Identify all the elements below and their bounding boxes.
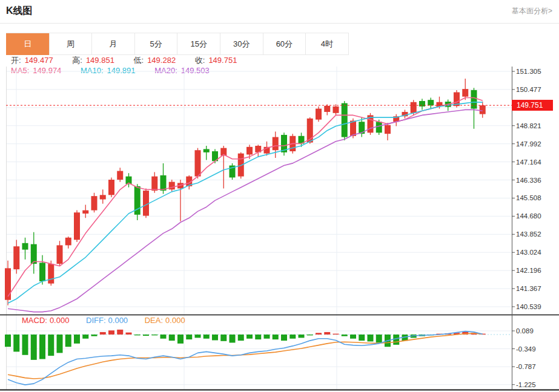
svg-text:151.305: 151.305 [516,68,541,75]
svg-text:-1.225: -1.225 [516,381,536,388]
tab-5min[interactable]: 5分 [134,33,177,55]
open-value: 149.477 [25,56,53,65]
macd-legend: MACD:0.000 DIFF:0.000 DEA:0.000 [22,316,188,325]
candle [402,109,408,118]
candle [255,145,261,157]
diff-label: DIFF: [86,316,106,325]
candle [91,193,98,213]
kline-chart-canvas[interactable]: 151.305150.477149.648148.821147.992147.1… [0,67,559,392]
svg-text:146.336: 146.336 [516,177,541,184]
svg-text:147.164: 147.164 [516,158,541,166]
candle [393,114,399,126]
candle [385,123,391,140]
candle [342,101,348,140]
candle [57,241,63,266]
price-axis-labels: 151.305150.477149.648148.821147.992147.1… [512,68,541,388]
svg-text:143.852: 143.852 [516,230,541,238]
svg-text:140.539: 140.539 [516,303,541,310]
candle [324,104,330,115]
macd-value: 0.000 [50,316,70,325]
ma5-line [8,98,483,297]
candle [480,102,486,118]
svg-text:141.367: 141.367 [516,285,541,292]
grid-lines [6,67,512,390]
macd-label: MACD: [22,316,47,325]
low-value: 149.282 [147,56,176,65]
ohlc-readout: 开:149.477 高:149.851 低:149.282 收:149.751 [11,55,240,66]
period-tab-bar: 日 周 月 5分 15分 30分 60分 4时 [6,33,349,55]
candle [428,98,434,109]
candle [108,177,114,197]
candle [471,88,477,129]
tab-4hour[interactable]: 4时 [305,33,348,55]
svg-text:148.821: 148.821 [516,122,541,129]
ma10-line [8,102,483,303]
svg-text:142.196: 142.196 [516,267,541,274]
candle [39,255,45,285]
candle [31,232,37,274]
candle [134,184,141,220]
dea-label: DEA: [145,316,163,325]
candle [203,146,210,160]
page-header: K线图 基本面分析> [0,0,559,24]
ma20-line [8,109,483,312]
svg-text:144.680: 144.680 [516,212,541,220]
svg-text:-0.349: -0.349 [516,345,536,353]
candle [273,132,279,158]
dea-value: 0.000 [165,316,185,325]
current-price-tag: 149.751 [512,100,553,111]
svg-text:150.477: 150.477 [516,86,541,93]
close-value: 149.751 [208,56,237,65]
svg-text:147.992: 147.992 [516,140,541,148]
candle [419,99,425,109]
fundamental-analysis-link[interactable]: 基本面分析> [512,6,552,16]
candle [462,79,468,100]
tab-month[interactable]: 月 [91,33,134,55]
kline-chart-area[interactable]: 151.305150.477149.648148.821147.992147.1… [0,67,559,392]
candle [74,211,80,242]
svg-text:145.508: 145.508 [516,194,541,201]
low-label: 低: [134,56,144,65]
candle [169,180,175,192]
candle [220,146,227,188]
close-label: 收: [195,56,205,65]
candle [5,261,11,305]
candle [316,106,322,122]
page-title: K线图 [6,5,33,18]
tab-week[interactable]: 周 [49,33,92,55]
macd-histogram [5,330,486,360]
candle [143,188,149,218]
candle [333,104,339,115]
tab-15min[interactable]: 15分 [177,33,220,55]
high-label: 高: [72,56,82,65]
open-label: 开: [11,56,21,65]
high-value: 149.851 [86,56,114,65]
candle [100,189,106,203]
tab-30min[interactable]: 30分 [220,33,263,55]
candle [22,238,28,260]
svg-text:0.089: 0.089 [516,327,534,335]
svg-text:143.024: 143.024 [516,249,541,256]
candle [230,163,236,180]
tab-60min[interactable]: 60分 [263,33,306,55]
svg-text:-0.787: -0.787 [516,363,536,370]
diff-value: 0.000 [108,316,128,325]
candle [368,113,374,135]
candle [65,237,71,249]
tab-day[interactable]: 日 [6,33,49,55]
candle [281,132,287,155]
candle [13,240,19,273]
